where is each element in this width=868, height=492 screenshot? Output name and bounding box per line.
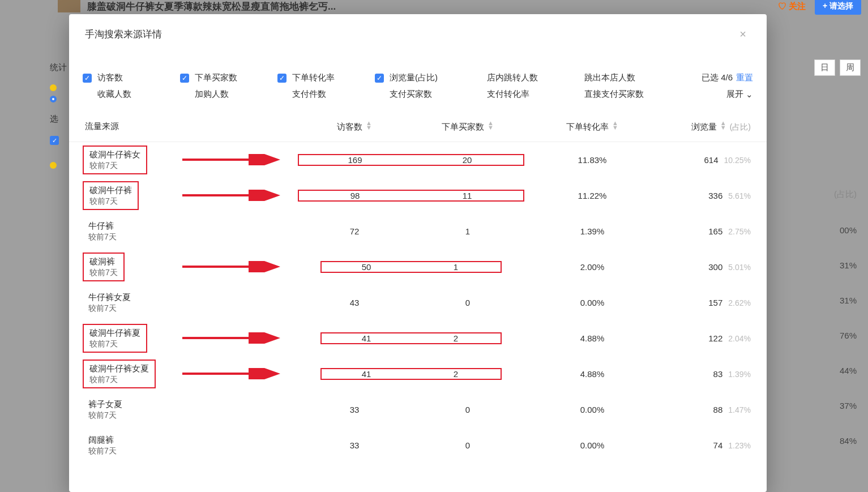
checkbox-icon[interactable]: ✓ bbox=[180, 74, 189, 83]
table-row: 破洞牛仔裤女夏较前7天 412 4.88% 831.39% bbox=[69, 356, 767, 392]
col-buyers[interactable]: 下单买家数▲▼ bbox=[411, 121, 524, 132]
table-row: 破洞牛仔裤女较前7天 16920 11.83% 61410.25% bbox=[69, 142, 767, 178]
visitors-value: 169 bbox=[299, 155, 411, 165]
views-cell: 831.39% bbox=[660, 369, 751, 379]
filter-item[interactable]: ✓下单买家数 bbox=[180, 72, 277, 83]
expand-toggle[interactable]: 展开⌄ bbox=[726, 89, 753, 100]
visitors-value: 33 bbox=[298, 440, 411, 450]
reset-link[interactable]: 重置 bbox=[736, 72, 753, 83]
rate-value: 1.39% bbox=[524, 226, 660, 236]
filter-item[interactable]: ✓访客数 bbox=[83, 72, 180, 83]
filter-item[interactable]: 加购人数 bbox=[180, 89, 277, 100]
table-row: 破洞裤较前7天 501 2.00% 3005.01% bbox=[69, 249, 767, 285]
filter-item[interactable]: ✓下单转化率 bbox=[277, 72, 375, 83]
keyword: 破洞裤较前7天 bbox=[89, 256, 118, 278]
col-source: 流量来源 bbox=[83, 121, 298, 132]
filter-item[interactable]: 支付件数 bbox=[277, 89, 375, 100]
views-ratio: 2.04% bbox=[728, 334, 751, 343]
keyword: 牛仔裤较前7天 bbox=[88, 220, 117, 242]
rate-value: 0.00% bbox=[524, 405, 660, 414]
keyword: 破洞牛仔裤女夏较前7天 bbox=[89, 363, 149, 385]
rate-value: 4.88% bbox=[524, 369, 660, 379]
keyword-sub: 较前7天 bbox=[89, 267, 118, 278]
views-cell: 1222.04% bbox=[660, 333, 751, 343]
annotation-arrow-icon bbox=[182, 332, 284, 344]
bg-right-strip: 日 周 (占比)00%31%31%76%44%37%84% bbox=[814, 59, 868, 446]
buyers-value: 1 bbox=[411, 226, 524, 236]
sort-icon[interactable]: ▲▼ bbox=[488, 121, 494, 130]
keyword-sub: 较前7天 bbox=[88, 446, 117, 456]
radio-icon bbox=[50, 96, 57, 102]
source-cell: 裤子女夏较前7天 bbox=[83, 396, 298, 423]
annotation-arrow-icon bbox=[182, 154, 284, 165]
buyers-value: 20 bbox=[411, 155, 523, 165]
buyers-value: 2 bbox=[411, 333, 501, 343]
bg-left-strip: 统计 选 ✓ bbox=[50, 62, 67, 173]
views-value: 336 bbox=[708, 191, 722, 200]
close-button[interactable]: × bbox=[735, 25, 751, 43]
table-body: 破洞牛仔裤女较前7天 16920 11.83% 61410.25% 破洞牛仔裤较… bbox=[69, 142, 767, 492]
keyword-sub: 较前7天 bbox=[88, 303, 131, 314]
value-pair: 721 bbox=[298, 226, 524, 236]
source-cell: 阔腿裤较前7天 bbox=[83, 432, 298, 459]
checkbox-icon[interactable]: ✓ bbox=[83, 74, 92, 83]
filter-item[interactable]: 店内跳转人数 bbox=[472, 72, 570, 83]
tab-week[interactable]: 周 bbox=[840, 59, 861, 76]
source-cell: 牛仔裤较前7天 bbox=[83, 218, 298, 245]
col-visitors[interactable]: 访客数▲▼ bbox=[298, 121, 411, 132]
filter-item[interactable]: 收藏人数 bbox=[83, 89, 180, 100]
bg-row-pct: 76% bbox=[814, 331, 857, 340]
sort-icon[interactable]: ▲▼ bbox=[720, 121, 726, 130]
rate-value: 11.22% bbox=[524, 191, 660, 200]
views-value: 614 bbox=[704, 155, 718, 165]
keyword-box: 牛仔裤较前7天 bbox=[83, 218, 122, 245]
source-cell: 破洞裤较前7天 bbox=[83, 253, 298, 281]
checkbox-checked-icon: ✓ bbox=[50, 136, 59, 145]
views-cell: 3365.61% bbox=[660, 191, 751, 200]
annotation-arrow-icon bbox=[182, 261, 284, 272]
keyword-box: 阔腿裤较前7天 bbox=[83, 432, 122, 459]
views-ratio: 1.39% bbox=[728, 370, 751, 379]
table-header: 流量来源 访客数▲▼ 下单买家数▲▼ 下单转化率▲▼ 浏览量▲▼(占比) bbox=[69, 112, 767, 142]
checkbox-icon[interactable]: ✓ bbox=[375, 74, 384, 83]
bg-row-pct: 00% bbox=[814, 225, 857, 235]
table-row: 牛仔裤较前7天 721 1.39% 1652.75% bbox=[69, 213, 767, 249]
views-ratio: 5.61% bbox=[728, 191, 751, 200]
filter-item[interactable]: ✓浏览量(占比) bbox=[375, 72, 472, 83]
col-rate[interactable]: 下单转化率▲▼ bbox=[524, 121, 660, 132]
annotation-arrow-icon bbox=[182, 368, 284, 379]
filter-item[interactable]: 支付买家数 bbox=[375, 89, 472, 100]
keyword: 破洞牛仔裤较前7天 bbox=[89, 185, 132, 207]
visitors-value: 98 bbox=[299, 191, 411, 200]
keyword: 阔腿裤较前7天 bbox=[88, 434, 117, 456]
select-plan-button[interactable]: + 请选择 bbox=[815, 0, 861, 15]
favorite-button[interactable]: ♡ 关注 bbox=[778, 1, 806, 12]
filter-item[interactable]: 支付转化率 bbox=[472, 89, 570, 100]
checkbox-icon[interactable]: ✓ bbox=[277, 74, 287, 83]
views-value: 300 bbox=[708, 262, 722, 272]
source-cell: 破洞牛仔裤女较前7天 bbox=[83, 146, 298, 174]
visitors-value: 33 bbox=[298, 405, 411, 414]
views-cell: 61410.25% bbox=[660, 155, 751, 165]
sort-icon[interactable]: ▲▼ bbox=[612, 121, 618, 130]
bg-row-pct: 37% bbox=[814, 401, 857, 410]
views-cell: 1572.62% bbox=[660, 298, 751, 307]
filter-item[interactable]: 跳出本店人数 bbox=[570, 72, 667, 83]
tab-day[interactable]: 日 bbox=[814, 59, 835, 76]
table-row: 阔腿裤较前7天 330 0.00% 741.23% bbox=[69, 427, 767, 463]
modal: 手淘搜索来源详情 × ✓访客数✓下单买家数✓下单转化率✓浏览量(占比)店内跳转人… bbox=[69, 14, 767, 492]
sort-icon[interactable]: ▲▼ bbox=[366, 121, 372, 130]
value-pair: 16920 bbox=[298, 154, 524, 166]
filter-row-1: ✓访客数✓下单买家数✓下单转化率✓浏览量(占比)店内跳转人数跳出本店人数已选 4… bbox=[83, 72, 753, 83]
bg-row-pct: 31% bbox=[814, 260, 857, 270]
keyword-sub: 较前7天 bbox=[89, 160, 140, 171]
keyword-box: 破洞牛仔裤较前7天 bbox=[83, 181, 139, 210]
keyword-box: 破洞牛仔裤女夏较前7天 bbox=[83, 360, 156, 388]
col-views[interactable]: 浏览量▲▼(占比) bbox=[660, 121, 751, 132]
keyword: 牛仔裤女夏较前7天 bbox=[88, 292, 131, 314]
table-row: 牛仔裤女夏较前7天 430 0.00% 1572.62% bbox=[69, 285, 767, 320]
keyword: 裤子女夏较前7天 bbox=[88, 399, 122, 421]
filter-item[interactable]: 直接支付买家数 bbox=[570, 89, 667, 100]
buyers-value: 1 bbox=[411, 262, 501, 272]
filter-row-2: 收藏人数加购人数支付件数支付买家数支付转化率直接支付买家数展开⌄ bbox=[83, 89, 753, 100]
